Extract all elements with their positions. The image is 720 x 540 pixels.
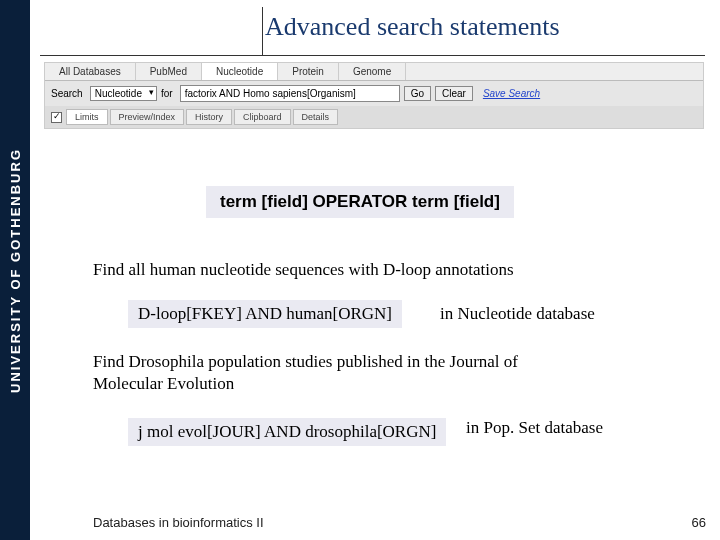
- sidebar: UNIVERSITY OF GOTHENBURG: [0, 0, 30, 540]
- institution-label: UNIVERSITY OF GOTHENBURG: [8, 148, 23, 393]
- example2-database: in Pop. Set database: [466, 418, 603, 438]
- title-divider-vertical: [262, 7, 263, 55]
- for-label: for: [161, 88, 173, 99]
- save-search-link[interactable]: Save Search: [483, 88, 540, 99]
- tab-all-databases[interactable]: All Databases: [45, 63, 136, 80]
- tab-protein[interactable]: Protein: [278, 63, 339, 80]
- example2-description-line2: Molecular Evolution: [93, 374, 234, 394]
- search-label: Search: [51, 88, 83, 99]
- footer-course-name: Databases in bioinformatics II: [93, 515, 264, 530]
- example2-description-line1: Find Drosophila population studies publi…: [93, 352, 518, 372]
- limits-tab[interactable]: Limits: [66, 109, 108, 125]
- syntax-highlight-box: term [field] OPERATOR term [field]: [206, 186, 514, 218]
- slide-number: 66: [692, 515, 706, 530]
- example2-query: j mol evol[JOUR] AND drosophila[ORGN]: [128, 418, 446, 446]
- syntax-pattern: term [field] OPERATOR term [field]: [220, 192, 500, 211]
- example1-database: in Nucleotide database: [440, 304, 595, 324]
- go-button[interactable]: Go: [404, 86, 431, 101]
- db-tab-row: All Databases PubMed Nucleotide Protein …: [45, 63, 703, 81]
- preview-tab[interactable]: Preview/Index: [110, 109, 185, 125]
- details-tab[interactable]: Details: [293, 109, 339, 125]
- db-select[interactable]: Nucleotide: [90, 86, 157, 101]
- tab-pubmed[interactable]: PubMed: [136, 63, 202, 80]
- clear-button[interactable]: Clear: [435, 86, 473, 101]
- tab-genome[interactable]: Genome: [339, 63, 406, 80]
- clipboard-tab[interactable]: Clipboard: [234, 109, 291, 125]
- tab-nucleotide[interactable]: Nucleotide: [202, 63, 278, 80]
- limits-checkbox[interactable]: [51, 112, 62, 123]
- example1-description: Find all human nucleotide sequences with…: [93, 260, 514, 280]
- search-row: Search Nucleotide for factorix AND Homo …: [45, 81, 703, 106]
- history-tab[interactable]: History: [186, 109, 232, 125]
- filter-row: Limits Preview/Index History Clipboard D…: [45, 106, 703, 128]
- search-input[interactable]: factorix AND Homo sapiens[Organism]: [180, 85, 400, 102]
- title-area: Advanced search statements: [265, 12, 560, 42]
- title-underline: [40, 55, 705, 56]
- slide-title: Advanced search statements: [265, 12, 560, 42]
- ncbi-searchbar: All Databases PubMed Nucleotide Protein …: [44, 62, 704, 129]
- example1-query: D-loop[FKEY] AND human[ORGN]: [128, 300, 402, 328]
